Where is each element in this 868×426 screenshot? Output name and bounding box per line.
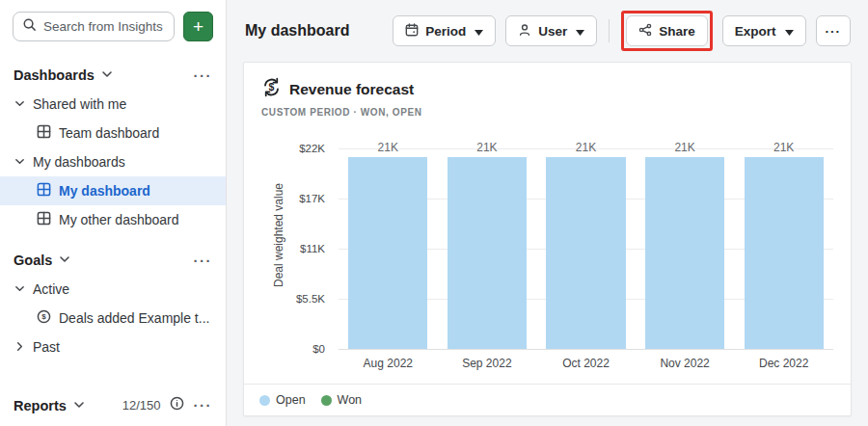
chevron-right-icon bbox=[14, 339, 25, 355]
chevron-down-icon bbox=[14, 154, 25, 170]
legend-item-open[interactable]: Open bbox=[259, 393, 306, 407]
goals-title: Goals bbox=[14, 253, 52, 268]
card-title[interactable]: Revenue forecast bbox=[289, 81, 414, 98]
group-label: Shared with me bbox=[33, 96, 126, 112]
legend-dot bbox=[321, 395, 332, 406]
card-subtitle: CUSTOM PERIOD · WON, OPEN bbox=[261, 107, 831, 118]
y-axis-ticks: $22K$17K$11K$5.5K$0 bbox=[286, 148, 333, 349]
more-options-button[interactable]: ··· bbox=[816, 15, 852, 46]
sidebar-item-deals-added-goal[interactable]: $ Deals added Example t... bbox=[0, 304, 226, 333]
group-label: Past bbox=[33, 339, 60, 355]
search-box[interactable] bbox=[13, 12, 175, 41]
bar-open[interactable] bbox=[546, 157, 625, 349]
add-report-button[interactable]: + bbox=[183, 12, 213, 41]
chart-legend: OpenWon bbox=[244, 384, 851, 415]
user-filter-button[interactable]: User bbox=[505, 15, 597, 46]
bar-value-label: 21K bbox=[636, 141, 735, 154]
x-tick-label: Oct 2022 bbox=[536, 357, 636, 370]
export-label: Export bbox=[735, 24, 776, 39]
group-label: My dashboards bbox=[33, 154, 125, 170]
dashboards-menu-button[interactable]: ··· bbox=[194, 68, 213, 83]
item-label: Deals added Example t... bbox=[59, 310, 209, 326]
search-row: + bbox=[0, 0, 226, 49]
info-icon[interactable] bbox=[170, 396, 184, 414]
report-card: $ Revenue forecast CUSTOM PERIOD · WON, … bbox=[243, 62, 852, 416]
dashboard-grid-icon bbox=[37, 182, 51, 200]
share-highlight-annotation: Share bbox=[621, 11, 713, 51]
reports-count: 12/150 bbox=[122, 398, 161, 413]
group-my-dashboards[interactable]: My dashboards bbox=[0, 147, 226, 176]
search-icon bbox=[22, 17, 37, 36]
group-label: Active bbox=[33, 281, 69, 297]
legend-item-won[interactable]: Won bbox=[321, 393, 362, 407]
chevron-down-icon bbox=[59, 252, 70, 269]
chevron-down-icon bbox=[14, 281, 25, 297]
period-label: Period bbox=[425, 24, 466, 39]
y-tick-label: $5.5K bbox=[296, 293, 325, 305]
goals-menu-button[interactable]: ··· bbox=[194, 253, 213, 268]
dashboard-grid-icon bbox=[37, 124, 51, 142]
user-label: User bbox=[538, 24, 567, 39]
reports-menu-button[interactable]: ··· bbox=[194, 398, 213, 413]
svg-text:$: $ bbox=[269, 81, 275, 93]
section-goals[interactable]: Goals ··· bbox=[0, 244, 226, 275]
bar-open[interactable] bbox=[348, 157, 427, 349]
share-button[interactable]: Share bbox=[626, 15, 708, 46]
bar-value-label: 21K bbox=[438, 141, 537, 154]
bar-column: 21KSep 2022 bbox=[438, 148, 537, 349]
share-label: Share bbox=[659, 24, 695, 39]
bar-column: 21KAug 2022 bbox=[339, 148, 438, 349]
sidebar-item-team-dashboard[interactable]: Team dashboard bbox=[0, 119, 226, 147]
gridline bbox=[339, 349, 833, 350]
main-content: My dashboard Period User Share Export bbox=[227, 0, 868, 426]
caret-down-icon bbox=[576, 24, 584, 39]
chevron-down-icon bbox=[73, 397, 85, 414]
y-tick-label: $11K bbox=[300, 243, 325, 254]
chevron-down-icon bbox=[14, 96, 25, 112]
bar-open[interactable] bbox=[745, 157, 824, 349]
dashboards-title: Dashboards bbox=[14, 67, 95, 83]
y-tick-label: $22K bbox=[299, 143, 325, 154]
x-tick-label: Aug 2022 bbox=[339, 357, 438, 370]
search-input[interactable] bbox=[43, 19, 165, 34]
sidebar-item-my-dashboard[interactable]: My dashboard bbox=[0, 176, 226, 205]
x-tick-label: Sep 2022 bbox=[438, 357, 537, 370]
group-active-goals[interactable]: Active bbox=[0, 275, 226, 304]
item-label: My dashboard bbox=[59, 183, 150, 199]
bar-value-label: 21K bbox=[536, 141, 636, 154]
chevron-down-icon bbox=[101, 67, 113, 84]
export-button[interactable]: Export bbox=[722, 15, 806, 46]
bar-value-label: 21K bbox=[339, 141, 438, 154]
item-label: My other dashboard bbox=[59, 212, 179, 227]
legend-label: Won bbox=[338, 393, 362, 407]
section-dashboards[interactable]: Dashboards ··· bbox=[0, 59, 226, 90]
y-tick-label: $0 bbox=[312, 343, 325, 355]
x-tick-label: Dec 2022 bbox=[734, 357, 833, 370]
bar-column: 21KNov 2022 bbox=[636, 148, 735, 349]
page-title: My dashboard bbox=[245, 22, 349, 40]
svg-text:$: $ bbox=[41, 312, 46, 321]
period-button[interactable]: Period bbox=[393, 15, 496, 46]
calendar-icon bbox=[405, 23, 419, 40]
reports-title: Reports bbox=[14, 398, 67, 413]
revenue-forecast-icon: $ bbox=[261, 77, 282, 101]
bar-open[interactable] bbox=[448, 157, 527, 349]
caret-down-icon bbox=[475, 24, 483, 39]
bar-open[interactable] bbox=[645, 157, 724, 349]
bar-chart: Deal weighted value $22K$17K$11K$5.5K$0 … bbox=[250, 121, 837, 384]
bar-column: 21KOct 2022 bbox=[536, 148, 636, 349]
main-header: My dashboard Period User Share Export bbox=[227, 0, 868, 60]
sidebar-item-my-other-dashboard[interactable]: My other dashboard bbox=[0, 205, 226, 234]
dashboard-grid-icon bbox=[37, 211, 51, 228]
section-reports[interactable]: Reports 12/150 ··· bbox=[0, 388, 226, 420]
item-label: Team dashboard bbox=[59, 125, 159, 141]
header-divider bbox=[609, 19, 610, 42]
legend-dot bbox=[259, 395, 270, 406]
group-past-goals[interactable]: Past bbox=[0, 333, 226, 361]
plot-area: 21KAug 202221KSep 202221KOct 202221KNov … bbox=[339, 148, 833, 349]
x-tick-label: Nov 2022 bbox=[636, 357, 735, 370]
bar-column: 21KDec 2022 bbox=[734, 148, 833, 349]
user-icon bbox=[518, 23, 531, 40]
group-shared-with-me[interactable]: Shared with me bbox=[0, 90, 226, 119]
y-axis-title: Deal weighted value bbox=[272, 183, 285, 287]
